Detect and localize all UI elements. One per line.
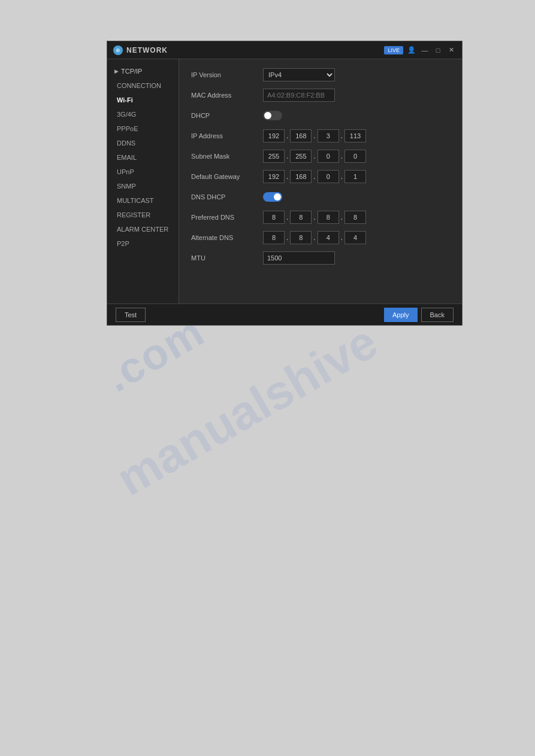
ip-address-group: . . . (263, 129, 366, 142)
subnet-dot-2: . (313, 152, 316, 160)
ddns-label: DDNS (117, 139, 135, 147)
adns-dot-2: . (313, 233, 316, 242)
sidebar-item-tcpip[interactable]: ▶ TCP/IP (107, 64, 179, 78)
ip-version-row: IP Version IPv4 IPv6 (191, 68, 450, 82)
network-icon: ⊕ (113, 45, 123, 55)
gateway-octet-3[interactable] (318, 170, 339, 183)
sidebar-item-multicast[interactable]: MULTICAST (107, 193, 179, 208)
maximize-button[interactable]: □ (433, 45, 443, 55)
preferred-dns-octet-1[interactable] (263, 211, 285, 224)
multicast-label: MULTICAST (117, 197, 154, 204)
preferred-dns-octet-4[interactable] (344, 211, 366, 224)
close-button[interactable]: ✕ (446, 45, 456, 55)
bottom-right-buttons: Apply Back (384, 308, 454, 322)
pdns-dot-2: . (313, 213, 316, 221)
sidebar-item-alarm-center[interactable]: ALARM CENTER (107, 222, 179, 236)
pdns-dot-3: . (340, 213, 343, 221)
connection-label: CONNECTION (117, 82, 161, 89)
mac-address-label: MAC Address (191, 92, 263, 99)
mtu-input[interactable] (263, 251, 335, 265)
preferred-dns-row: Preferred DNS . . . (191, 210, 450, 224)
ip-version-label: IP Version (191, 71, 263, 78)
bottom-bar: Test Apply Back (107, 303, 462, 325)
user-icon[interactable]: 👤 (407, 45, 416, 55)
sidebar-item-snmp[interactable]: SNMP (107, 179, 179, 193)
gateway-dot-1: . (286, 172, 289, 181)
sidebar-item-register[interactable]: REGISTER (107, 208, 179, 222)
subnet-octet-4[interactable] (344, 150, 366, 163)
alarm-center-label: ALARM CENTER (117, 226, 168, 233)
email-label: EMAIL (117, 154, 137, 161)
sidebar-item-upnp[interactable]: UPnP (107, 165, 179, 179)
ip-address-octet-3[interactable] (318, 129, 339, 142)
preferred-dns-label: Preferred DNS (191, 214, 263, 221)
adns-dot-3: . (340, 233, 343, 242)
sidebar-item-3g4g[interactable]: 3G/4G (107, 107, 179, 122)
pppoe-label: PPPoE (117, 125, 138, 132)
network-window: ⊕ NETWORK LIVE 👤 — □ ✕ ▶ TCP/IP CONNECTI… (107, 41, 463, 326)
dns-dhcp-row: DNS DHCP (191, 190, 450, 204)
sidebar-item-pppoe[interactable]: PPPoE (107, 122, 179, 136)
ip-dot-1: . (286, 132, 289, 140)
gateway-octet-4[interactable] (344, 170, 366, 183)
mac-address-input[interactable] (263, 89, 335, 102)
p2p-label: P2P (117, 240, 129, 247)
alternate-dns-octet-4[interactable] (344, 231, 366, 244)
window-title: NETWORK (126, 46, 168, 54)
ip-address-label: IP Address (191, 132, 263, 139)
default-gateway-label: Default Gateway (191, 173, 263, 180)
apply-button[interactable]: Apply (384, 308, 418, 322)
subnet-mask-label: Subnet Mask (191, 153, 263, 160)
gateway-group: . . . (263, 170, 366, 183)
tcpip-arrow: ▶ (114, 68, 119, 74)
snmp-label: SNMP (117, 183, 136, 190)
preferred-dns-octet-3[interactable] (318, 211, 339, 224)
alternate-dns-octet-2[interactable] (290, 231, 312, 244)
dns-dhcp-toggle[interactable] (263, 192, 282, 202)
subnet-octet-1[interactable] (263, 150, 285, 163)
sidebar-item-connection[interactable]: CONNECTION (107, 78, 179, 93)
3g4g-label: 3G/4G (117, 111, 136, 118)
dhcp-label: DHCP (191, 112, 263, 119)
alternate-dns-octet-1[interactable] (263, 231, 285, 244)
ip-address-octet-4[interactable] (344, 129, 366, 142)
alternate-dns-row: Alternate DNS . . . (191, 230, 450, 245)
subnet-octet-3[interactable] (318, 150, 339, 163)
live-badge: LIVE (384, 46, 403, 54)
adns-dot-1: . (286, 233, 289, 242)
sidebar-item-p2p[interactable]: P2P (107, 236, 179, 251)
dhcp-toggle[interactable] (263, 111, 282, 120)
default-gateway-row: Default Gateway . . . (191, 169, 450, 184)
ip-dot-2: . (313, 132, 316, 140)
window-body: ▶ TCP/IP CONNECTION Wi-Fi 3G/4G PPPoE DD… (107, 59, 462, 303)
test-button[interactable]: Test (116, 308, 146, 322)
sidebar: ▶ TCP/IP CONNECTION Wi-Fi 3G/4G PPPoE DD… (107, 59, 179, 303)
minimize-button[interactable]: — (420, 45, 430, 55)
sidebar-item-ddns[interactable]: DDNS (107, 136, 179, 150)
watermark-manualshive: manualshive (107, 314, 386, 507)
ip-version-select[interactable]: IPv4 IPv6 (263, 68, 335, 81)
gateway-octet-2[interactable] (290, 170, 312, 183)
gateway-dot-3: . (340, 172, 343, 181)
pdns-dot-1: . (286, 213, 289, 221)
ip-address-octet-1[interactable] (263, 129, 285, 142)
preferred-dns-octet-2[interactable] (290, 211, 312, 224)
alternate-dns-octet-3[interactable] (318, 231, 339, 244)
wifi-label: Wi-Fi (117, 96, 133, 104)
upnp-label: UPnP (117, 168, 134, 175)
subnet-octet-2[interactable] (290, 150, 312, 163)
gateway-dot-2: . (313, 172, 316, 181)
back-button[interactable]: Back (421, 308, 454, 322)
main-content: IP Version IPv4 IPv6 MAC Address DHCP (179, 59, 462, 303)
sidebar-item-email[interactable]: EMAIL (107, 150, 179, 165)
preferred-dns-group: . . . (263, 211, 366, 224)
ip-address-octet-2[interactable] (290, 129, 312, 142)
register-label: REGISTER (117, 211, 150, 218)
dhcp-row: DHCP (191, 108, 450, 123)
subnet-dot-3: . (340, 152, 343, 160)
title-bar-right: LIVE 👤 — □ ✕ (384, 45, 456, 55)
subnet-dot-1: . (286, 152, 289, 160)
gateway-octet-1[interactable] (263, 170, 285, 183)
alternate-dns-label: Alternate DNS (191, 234, 263, 241)
sidebar-item-wifi[interactable]: Wi-Fi (107, 93, 179, 107)
